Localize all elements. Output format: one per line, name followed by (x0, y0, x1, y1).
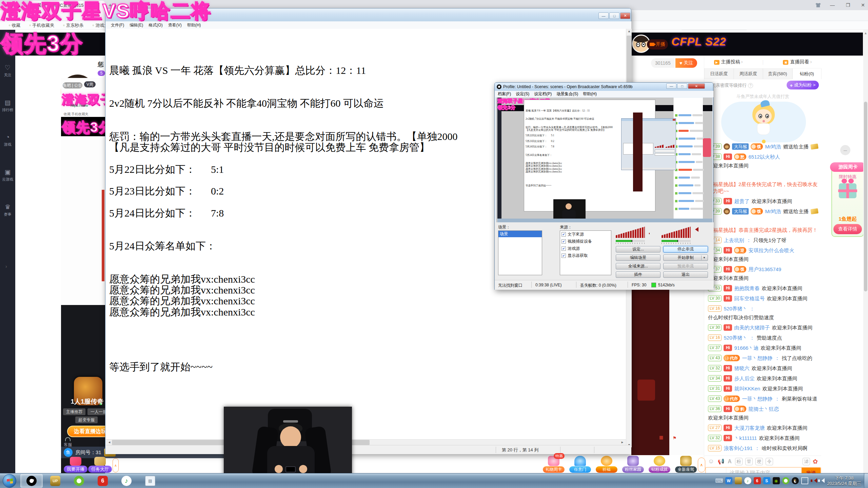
chat-username[interactable]: 丶k111111 (734, 435, 757, 442)
qqmusic-tray-icon[interactable]: ♪ (744, 477, 751, 484)
speaker-level-bar[interactable] (662, 240, 691, 242)
obs-source-item[interactable]: ✔视频捕捉设备 (560, 238, 611, 245)
panel-tab[interactable]: 钻粉(0) (792, 68, 822, 79)
taskbar-obs-button[interactable] (20, 474, 43, 488)
sidebar-item[interactable]: ▣ 云游戏 (0, 168, 15, 182)
chat-username[interactable]: 6512以火秒人 (748, 154, 780, 160)
sidebar-item[interactable]: ◔ 游戏 (0, 134, 15, 147)
obs-button[interactable]: 开始录制 (663, 255, 708, 261)
question-icon[interactable]: ? (748, 83, 753, 88)
obs-button[interactable]: 预览串流 (663, 263, 708, 269)
chat-username[interactable]: Mr鸠浩 (765, 208, 781, 215)
checkbox-icon[interactable]: ✔ (561, 232, 566, 237)
w-app-icon[interactable]: W (725, 477, 732, 484)
scene-item-selected[interactable]: 场景 (498, 231, 542, 237)
checkbox-icon[interactable]: ✔ (561, 253, 566, 258)
filter-badge[interactable]: 滤 (803, 458, 810, 465)
obs-button[interactable]: 退出 (663, 271, 708, 278)
window-close-button[interactable]: ✕ (858, 1, 868, 9)
gift-user-pill[interactable]: 大马猴 (732, 143, 749, 150)
chat-username[interactable]: 91666丶迪 (734, 345, 758, 351)
nvidia-icon[interactable]: ◉ (773, 477, 780, 484)
expand-arrow-icon[interactable]: › (5, 264, 7, 269)
obs-menu-item[interactable]: 档案(F) (498, 91, 511, 97)
follow-button[interactable]: ♥关注 (675, 58, 697, 68)
obs-menu-item[interactable]: 设定(S) (516, 91, 529, 97)
chat-username[interactable]: 由美的大猪蹄子 (734, 324, 770, 331)
taskbar-360-button[interactable] (68, 474, 90, 488)
chat-mode-badge[interactable]: 管 (745, 458, 753, 465)
keyboard-icon[interactable]: ⌨ (716, 477, 723, 484)
customer-service[interactable]: 客服 (64, 437, 72, 448)
checkbox-icon[interactable]: ✔ (561, 246, 566, 251)
chat-mode-badge[interactable]: 粉 (735, 458, 743, 465)
widget-minimize-button[interactable]: – (840, 145, 850, 155)
obs-button[interactable]: 编辑场景 (616, 255, 660, 261)
show-desktop-button[interactable] (864, 473, 868, 488)
scene-list[interactable]: 场景 (498, 230, 542, 275)
volume-red-icon[interactable] (811, 478, 816, 483)
chat-username[interactable]: 520养猪丶 (724, 305, 747, 312)
widget-detail-button[interactable]: 查看详情 (833, 224, 862, 234)
chat-username[interactable]: 就叫KKKen (734, 385, 760, 392)
qq-icon[interactable]: 🐧 (792, 477, 799, 484)
chat-username[interactable]: 回车空格逗号 (734, 295, 765, 302)
vweek-badge[interactable]: V周 (84, 81, 96, 87)
weekly-card-widget[interactable]: 游园周卡 限时特惠 1鱼翅起 查看详情 (831, 165, 864, 237)
taskbar-clock[interactable]: 下午 7:38 2023/5/24 星期三 (827, 475, 861, 486)
taskbar-six-button[interactable]: 6 (92, 474, 114, 488)
chat-username[interactable]: Mr鸠浩 (765, 143, 781, 150)
window-minimize-button[interactable]: — (827, 1, 837, 9)
notepad-close-button[interactable]: ✕ (620, 13, 630, 19)
obs-button[interactable]: 停止串流 (663, 246, 708, 252)
chat-username[interactable]: 龍骑士丶狂恋 (748, 406, 779, 412)
task-hall-float[interactable]: 任务大厅 (87, 457, 113, 473)
window-restore-button[interactable]: ❐ (843, 1, 853, 9)
chat-username[interactable]: 浪客剑心191 (724, 445, 752, 452)
sidebar-item[interactable]: ♛ 赛事 (0, 203, 15, 217)
taskbar-qqmusic-button[interactable]: ♪ (115, 474, 138, 488)
obs-button[interactable]: 设定... (616, 246, 660, 252)
chat-username[interactable]: 猪晓六 (734, 365, 749, 372)
game-ad-button[interactable]: 边看直播边玩 (67, 426, 105, 437)
activity-entry[interactable]: 全新座驾 (674, 456, 697, 473)
activity-entry[interactable]: 钻粉成就 (648, 456, 671, 473)
panel-tab[interactable]: 贵宾(580) (763, 68, 792, 79)
obs-button[interactable]: 全域来源... (616, 263, 660, 269)
obs-menu-item[interactable]: 场景集合(S) (556, 91, 578, 97)
activity-entry[interactable]: 祈福 (595, 456, 618, 473)
fishbar-notice-tabs[interactable]: 鱼吧|公告 (63, 82, 82, 88)
network-icon[interactable] (801, 477, 808, 484)
chat-username[interactable]: 一菲丶想静静 (742, 355, 772, 362)
chat-username[interactable]: 用户31365749 (748, 266, 781, 273)
chat-username[interactable]: 上去坑别 (724, 237, 744, 244)
obs-button[interactable]: 插件 (616, 271, 660, 278)
become-diamond-button[interactable]: 成为钻粉 > (787, 81, 819, 89)
chat-username[interactable]: 超贵了 (734, 198, 749, 205)
chat-username[interactable]: 一菲丶想静静 (742, 395, 772, 402)
anchor-post-link[interactable]: ▶主播投稿› (714, 59, 743, 65)
emoji-icon[interactable]: ☺ (708, 458, 714, 465)
activity-collapse-button[interactable]: ∧ (698, 458, 705, 472)
obs-source-item[interactable]: ✔游戏源 (560, 245, 611, 252)
taskbar-up-button[interactable]: UP (44, 474, 66, 488)
chat-mode-badge[interactable]: 梗 (755, 458, 763, 465)
start-button[interactable] (3, 474, 16, 488)
activity-entry[interactable]: 特惠 礼物周卡 (542, 456, 565, 473)
six-tray-icon[interactable]: 6 (754, 477, 761, 484)
chat-username[interactable]: 大漠刀客龙塘 (734, 425, 765, 431)
red-envelope-icon[interactable]: ▦ (659, 435, 663, 440)
checkbox-icon[interactable]: ✔ (561, 239, 566, 244)
obs-menu-item[interactable]: 帮助(H) (583, 91, 597, 97)
source-list[interactable]: ✔文字來源✔视频捕捉设备✔游戏源✔显示器获取 (560, 230, 611, 275)
obs-source-item[interactable]: ✔显示器获取 (560, 252, 611, 259)
sogou-icon[interactable]: S (763, 477, 770, 484)
crown-icon[interactable] (735, 477, 742, 484)
notepad-maximize-button[interactable]: □ (609, 13, 619, 19)
obs-maximize-button[interactable]: □ (677, 83, 687, 89)
chat-username[interactable]: 步人后尘 (734, 375, 754, 382)
taskbar-notepad-button[interactable]: ▤ (139, 474, 161, 488)
replay-link[interactable]: ▣直播回看› (783, 59, 812, 65)
obs-menu-item[interactable]: 设定档(P) (534, 91, 552, 97)
mic-level-bar[interactable] (616, 240, 645, 242)
